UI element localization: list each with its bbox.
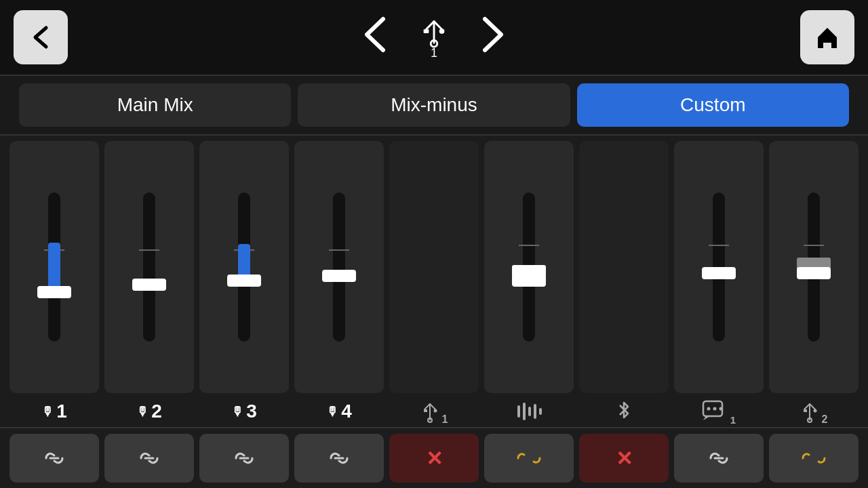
channel-8-label: 1 [702, 396, 736, 427]
link-btn-1[interactable] [9, 434, 99, 483]
usb-number: 1 [431, 46, 437, 60]
svg-line-23 [804, 404, 810, 409]
fader-track-2 [143, 192, 155, 342]
svg-point-4 [439, 28, 445, 34]
fader-track-8 [713, 192, 725, 342]
channel-4-slider[interactable] [294, 141, 384, 393]
svg-point-19 [707, 407, 710, 411]
usb-indicator: 1 [417, 15, 451, 60]
tab-mix-minus[interactable]: Mix-minus [298, 83, 570, 127]
back-button[interactable] [14, 10, 68, 64]
channel-9: 2 [769, 141, 859, 427]
channel-6 [484, 141, 574, 427]
channel-5-slider [389, 141, 479, 393]
svg-line-24 [810, 404, 815, 409]
mic-icon-4: 🎙 [326, 405, 338, 419]
svg-point-26 [813, 409, 816, 413]
home-button[interactable] [800, 10, 854, 64]
tabs-row: Main Mix Mix-minus Custom [0, 75, 868, 136]
channel-2: 🎙 2 [104, 141, 194, 427]
usb2-subscript: 2 [822, 413, 828, 426]
link-btn-8[interactable] [674, 434, 764, 483]
svg-rect-12 [517, 405, 520, 418]
channel-3-slider[interactable] [199, 141, 289, 393]
mic-icon-2: 🎙 [136, 405, 149, 419]
svg-point-20 [713, 407, 716, 411]
channel-8-slider[interactable] [674, 141, 764, 393]
channel-8: 1 [674, 141, 764, 427]
channel-3: 🎙 3 [199, 141, 289, 427]
channel-7 [579, 141, 669, 427]
svg-rect-14 [528, 407, 531, 416]
svg-rect-13 [523, 403, 526, 420]
next-button[interactable] [471, 16, 515, 58]
svg-point-21 [719, 407, 722, 411]
channel-4-label: 🎙 4 [326, 396, 352, 427]
svg-rect-15 [534, 404, 536, 419]
link-btn-7[interactable]: ✕ [579, 434, 669, 483]
usb1-subscript: 1 [442, 413, 448, 426]
svg-point-10 [433, 409, 437, 413]
channel-6-slider[interactable] [484, 141, 574, 393]
channel-2-slider[interactable] [104, 141, 194, 393]
channels-area: 🎙 1 🎙 2 🎙 3 [0, 136, 868, 427]
fader-track-6 [523, 192, 535, 342]
red-x-icon-7: ✕ [616, 447, 633, 470]
channel-6-label [516, 396, 542, 427]
channel-7-slider [579, 141, 669, 393]
fader-track-1 [48, 192, 60, 342]
svg-rect-9 [424, 409, 427, 412]
channel-5: 1 [389, 141, 479, 427]
channel-4: 🎙 4 [294, 141, 384, 427]
channel-3-label: 🎙 3 [231, 396, 257, 427]
link-btn-2[interactable] [104, 434, 194, 483]
top-center-nav: 1 [353, 15, 515, 60]
link-btn-9[interactable] [769, 434, 859, 483]
svg-line-8 [430, 404, 435, 409]
red-x-icon-5: ✕ [426, 447, 443, 470]
svg-rect-16 [539, 408, 542, 415]
prev-button[interactable] [353, 16, 397, 58]
bottom-row: ✕ ✕ [0, 427, 868, 488]
channel-1: 🎙 1 [9, 141, 99, 427]
channel-7-label [614, 396, 633, 427]
svg-rect-3 [424, 29, 429, 33]
channel-1-slider[interactable] [9, 141, 99, 393]
channel-2-label: 🎙 2 [136, 396, 162, 427]
channel-9-slider[interactable] [769, 141, 859, 393]
channel-5-label: 1 [420, 396, 448, 427]
link-btn-6[interactable] [484, 434, 574, 483]
fader-track-4 [333, 192, 345, 342]
mic-icon-3: 🎙 [231, 405, 243, 419]
svg-line-7 [425, 404, 430, 409]
fader-track-9 [808, 192, 820, 342]
link-btn-4[interactable] [294, 434, 384, 483]
link-btn-5[interactable]: ✕ [389, 434, 479, 483]
tab-custom[interactable]: Custom [577, 83, 849, 127]
chat-subscript: 1 [730, 414, 736, 426]
svg-line-1 [426, 21, 434, 29]
mic-icon-1: 🎙 [41, 405, 54, 419]
top-bar: 1 [0, 0, 868, 75]
channel-9-label: 2 [800, 396, 828, 427]
fader-track-3 [238, 192, 250, 342]
channel-1-label: 🎙 1 [41, 396, 67, 427]
svg-line-2 [434, 21, 442, 29]
link-btn-3[interactable] [199, 434, 289, 483]
tab-main-mix[interactable]: Main Mix [19, 83, 291, 127]
svg-rect-25 [804, 409, 807, 412]
